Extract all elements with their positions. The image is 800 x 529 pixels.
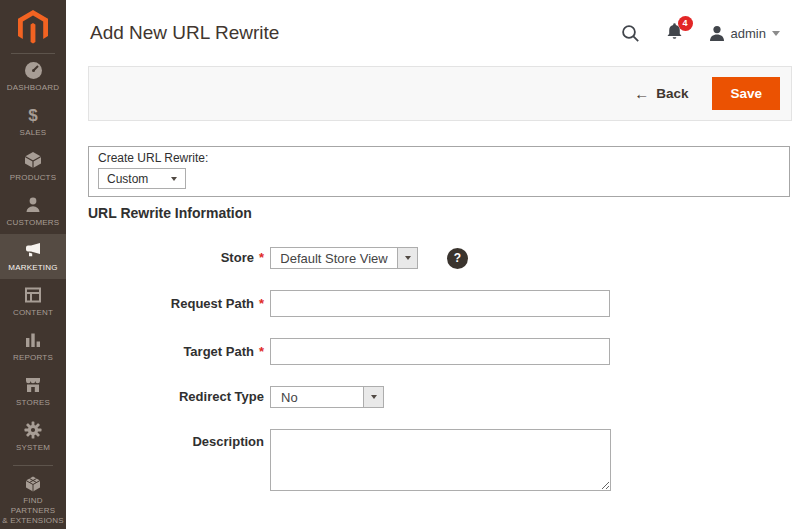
- create-url-rewrite-label: Create URL Rewrite:: [98, 151, 780, 165]
- select-caret-button[interactable]: [397, 248, 417, 268]
- redirect-type-select[interactable]: No: [270, 386, 384, 408]
- description-label: Description: [88, 429, 264, 450]
- sidebar-item-label: FIND PARTNERS & EXTENSIONS: [0, 496, 66, 526]
- marketing-icon: [23, 241, 43, 260]
- store-help-icon[interactable]: ?: [447, 248, 468, 269]
- entity-type-selected-value: Custom: [107, 172, 148, 186]
- required-marker: *: [259, 250, 264, 265]
- sidebar-item-sales[interactable]: $ SALES: [0, 99, 66, 144]
- store-select[interactable]: Default Store View: [270, 247, 418, 269]
- redirect-type-selected-value: No: [271, 387, 363, 407]
- stores-icon: [24, 376, 42, 395]
- back-arrow-icon: ←: [634, 85, 649, 102]
- request-path-label: Request Path*: [88, 296, 264, 312]
- system-icon: [24, 421, 42, 440]
- sales-icon: $: [28, 106, 37, 125]
- magento-logo[interactable]: [0, 0, 66, 54]
- partners-icon: [24, 474, 42, 493]
- customers-icon: [24, 196, 42, 215]
- form-content: Create URL Rewrite: Custom URL Rewrite I…: [66, 121, 800, 491]
- store-row: Store* Default Store View ?: [88, 247, 790, 269]
- request-path-input[interactable]: [270, 290, 610, 317]
- select-caret-button[interactable]: [363, 387, 383, 407]
- sidebar-item-content[interactable]: CONTENT: [0, 279, 66, 324]
- save-button[interactable]: Save: [712, 77, 780, 110]
- sidebar-item-products[interactable]: PRODUCTS: [0, 144, 66, 189]
- redirect-type-row: Redirect Type No: [88, 386, 790, 408]
- sidebar-item-label: SYSTEM: [16, 443, 50, 453]
- header-actions: 4 admin: [621, 22, 780, 45]
- products-icon: [24, 151, 42, 170]
- admin-account-menu[interactable]: admin: [709, 25, 780, 42]
- target-path-input[interactable]: [270, 338, 610, 365]
- required-marker: *: [259, 296, 264, 311]
- sidebar-item-customers[interactable]: CUSTOMERS: [0, 189, 66, 234]
- sidebar-item-label: STORES: [16, 398, 50, 408]
- sidebar-item-find-partners[interactable]: FIND PARTNERS & EXTENSIONS: [0, 472, 66, 528]
- sidebar-divider: [13, 465, 53, 466]
- description-textarea[interactable]: [270, 429, 611, 491]
- sidebar-item-label: PRODUCTS: [10, 173, 57, 183]
- store-label: Store*: [88, 250, 264, 266]
- reports-icon: [24, 331, 42, 350]
- notification-count-badge: 4: [678, 16, 693, 31]
- entity-type-select[interactable]: Custom: [98, 168, 186, 189]
- admin-sidebar: DASHBOARD $ SALES PRODUCTS CUSTOMERS MAR…: [0, 0, 66, 529]
- select-caret-icon: [405, 256, 411, 260]
- target-path-row: Target Path*: [88, 338, 790, 365]
- sidebar-item-label: CUSTOMERS: [7, 218, 60, 228]
- description-row: Description: [88, 429, 790, 491]
- target-path-label: Target Path*: [88, 344, 264, 360]
- sidebar-item-label: DASHBOARD: [7, 83, 59, 93]
- sidebar-item-system[interactable]: SYSTEM: [0, 414, 66, 459]
- redirect-type-label: Redirect Type: [88, 389, 264, 405]
- sidebar-item-label: MARKETING: [8, 263, 57, 273]
- chevron-down-icon: [772, 31, 780, 36]
- select-caret-icon: [371, 395, 377, 399]
- admin-username: admin: [731, 26, 766, 41]
- notifications-bell[interactable]: 4: [666, 22, 683, 45]
- back-button[interactable]: ← Back: [634, 85, 688, 102]
- search-icon[interactable]: [621, 24, 640, 43]
- dashboard-icon: [24, 61, 43, 80]
- sidebar-item-label: SALES: [20, 128, 47, 138]
- page-title: Add New URL Rewrite: [90, 22, 621, 44]
- magento-logo-icon: [18, 10, 48, 45]
- sidebar-item-reports[interactable]: REPORTS: [0, 324, 66, 369]
- page-actions-toolbar: ← Back Save: [88, 66, 792, 121]
- sidebar-item-label: REPORTS: [13, 353, 53, 363]
- sidebar-item-label: CONTENT: [13, 308, 53, 318]
- create-url-rewrite-box: Create URL Rewrite: Custom: [88, 146, 790, 197]
- page-header: Add New URL Rewrite 4 admin: [66, 0, 800, 66]
- user-icon: [709, 25, 725, 42]
- section-heading: URL Rewrite Information: [88, 205, 790, 221]
- request-path-row: Request Path*: [88, 290, 790, 317]
- store-selected-value: Default Store View: [271, 248, 397, 268]
- sidebar-item-dashboard[interactable]: DASHBOARD: [0, 54, 66, 99]
- sidebar-item-marketing[interactable]: MARKETING: [0, 234, 66, 279]
- select-caret-icon: [171, 177, 177, 181]
- main-area: Add New URL Rewrite 4 admin ← Back Save …: [66, 0, 800, 529]
- sidebar-item-stores[interactable]: STORES: [0, 369, 66, 414]
- required-marker: *: [259, 344, 264, 359]
- content-icon: [24, 286, 42, 305]
